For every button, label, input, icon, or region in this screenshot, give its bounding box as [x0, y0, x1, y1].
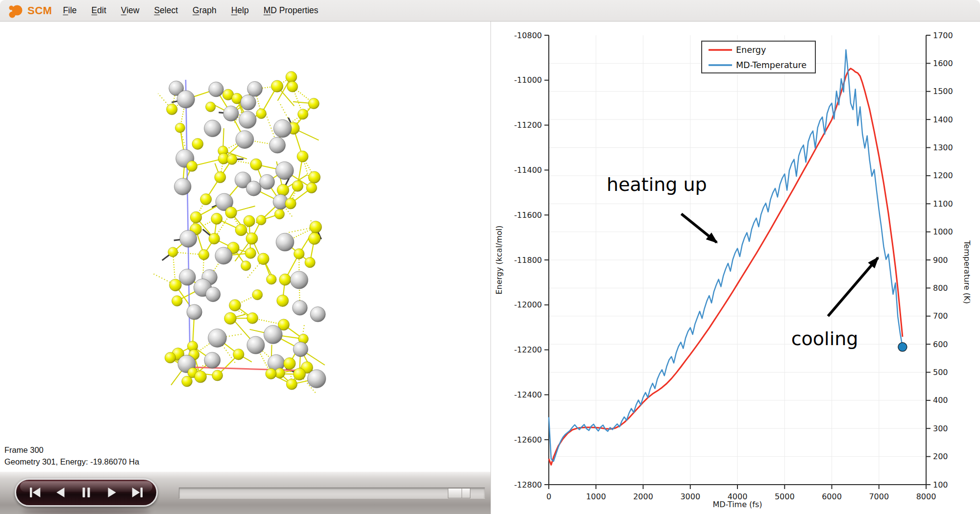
- svg-text:1000: 1000: [933, 227, 953, 236]
- scm-logo-icon: [8, 3, 26, 19]
- menu-item-select[interactable]: Select: [154, 5, 178, 16]
- molecule-viewport[interactable]: Frame 300 Geometry 301, Energy: -19.8607…: [0, 22, 490, 471]
- menu-items: FileEditViewSelectGraphHelpMD Properties: [63, 5, 318, 16]
- series-end-marker: [898, 343, 907, 351]
- svg-text:-11000: -11000: [514, 75, 542, 85]
- svg-text:Energy (kcal/mol): Energy (kcal/mol): [494, 225, 504, 294]
- menu-item-md-properties[interactable]: MD Properties: [264, 5, 318, 16]
- geometry-energy-label: Geometry 301, Energy: -19.86070 Ha: [4, 456, 139, 468]
- scm-logo-text: SCM: [27, 4, 52, 17]
- skip-to-end-icon: [130, 485, 145, 500]
- svg-text:800: 800: [933, 283, 948, 293]
- svg-text:-11600: -11600: [514, 210, 542, 220]
- legend-label-md-temperature: MD-Temperature: [736, 60, 807, 70]
- menu-item-help[interactable]: Help: [231, 5, 249, 16]
- annotation-arrow-2: [828, 257, 878, 316]
- svg-text:700: 700: [933, 311, 948, 321]
- svg-text:-11400: -11400: [514, 165, 542, 175]
- svg-text:200: 200: [933, 452, 948, 461]
- player-bar: [0, 471, 490, 514]
- chart-grid: [549, 35, 926, 485]
- menu-item-view[interactable]: View: [121, 5, 140, 16]
- player-pill-reflection: [22, 508, 151, 514]
- legend-label-energy: Energy: [736, 45, 766, 55]
- svg-text:6000: 6000: [822, 492, 842, 501]
- pause-icon: [79, 485, 94, 500]
- svg-text:1200: 1200: [933, 171, 953, 180]
- svg-text:-12000: -12000: [514, 300, 542, 309]
- svg-text:300: 300: [933, 424, 948, 433]
- skip-to-start-icon: [27, 485, 42, 500]
- step-back-icon: [53, 485, 68, 500]
- step-back-button[interactable]: [52, 484, 69, 501]
- svg-text:-12600: -12600: [514, 435, 542, 444]
- svg-text:1300: 1300: [933, 143, 953, 152]
- svg-text:400: 400: [933, 396, 948, 405]
- skip-to-start-button[interactable]: [26, 484, 43, 501]
- svg-text:8000: 8000: [916, 492, 936, 501]
- svg-text:1400: 1400: [933, 115, 953, 124]
- svg-text:1600: 1600: [933, 59, 953, 68]
- svg-text:-10800: -10800: [514, 31, 542, 40]
- molecule-atoms: [165, 71, 326, 390]
- svg-text:Temperature (K): Temperature (K): [962, 240, 972, 304]
- svg-text:2000: 2000: [633, 492, 653, 501]
- chart-panel: -10800-11000-11200-11400-11600-11800-120…: [491, 22, 980, 514]
- svg-text:7000: 7000: [869, 492, 889, 501]
- svg-text:MD-Time (fs): MD-Time (fs): [712, 500, 762, 509]
- series-md-temperature: [549, 50, 903, 462]
- app-window: SCM FileEditViewSelectGraphHelpMD Proper…: [0, 0, 980, 514]
- skip-to-end-button[interactable]: [129, 484, 146, 501]
- svg-text:-12200: -12200: [514, 345, 542, 354]
- player-controls: [15, 478, 158, 507]
- frame-label: Frame 300: [4, 444, 139, 456]
- frame-slider[interactable]: [179, 488, 485, 499]
- svg-text:1500: 1500: [933, 87, 953, 96]
- svg-text:500: 500: [933, 368, 948, 377]
- play-icon: [104, 485, 119, 500]
- annotation-arrow-1: [681, 214, 716, 242]
- svg-text:100: 100: [933, 480, 948, 490]
- play-button[interactable]: [103, 484, 120, 501]
- svg-text:3000: 3000: [680, 492, 700, 501]
- svg-text:900: 900: [933, 256, 948, 265]
- menu-item-graph[interactable]: Graph: [193, 5, 217, 16]
- svg-text:-11200: -11200: [514, 120, 542, 130]
- svg-text:5000: 5000: [775, 492, 795, 501]
- frame-slider-handle[interactable]: [448, 488, 470, 498]
- series-energy: [549, 69, 903, 465]
- menu-item-edit[interactable]: Edit: [92, 5, 106, 16]
- svg-text:1100: 1100: [933, 199, 953, 209]
- energy-temperature-chart: -10800-11000-11200-11400-11600-11800-120…: [491, 22, 980, 514]
- svg-text:-11800: -11800: [514, 256, 542, 265]
- svg-text:0: 0: [546, 492, 551, 501]
- annotation-cooling: cooling: [791, 328, 858, 350]
- molecule-render: [0, 22, 490, 472]
- svg-text:-12400: -12400: [514, 390, 542, 399]
- chart-annotations: heating upcooling: [607, 174, 878, 349]
- svg-text:1000: 1000: [586, 492, 606, 501]
- scm-logo: SCM: [8, 3, 52, 19]
- frame-info: Frame 300 Geometry 301, Energy: -19.8607…: [4, 444, 139, 467]
- chart-tick-labels: -10800-11000-11200-11400-11600-11800-120…: [514, 31, 953, 502]
- annotation-heating-up: heating up: [607, 174, 707, 195]
- pause-button[interactable]: [78, 484, 95, 501]
- menu-item-file[interactable]: File: [63, 5, 76, 16]
- svg-text:1700: 1700: [933, 31, 953, 40]
- svg-text:-12800: -12800: [514, 480, 542, 490]
- chart-axis-titles: Energy (kcal/mol)Temperature (K)MD-Time …: [494, 225, 972, 509]
- chart-legend: EnergyMD-Temperature: [702, 41, 815, 73]
- menu-bar: SCM FileEditViewSelectGraphHelpMD Proper…: [0, 0, 980, 22]
- svg-text:600: 600: [933, 340, 948, 349]
